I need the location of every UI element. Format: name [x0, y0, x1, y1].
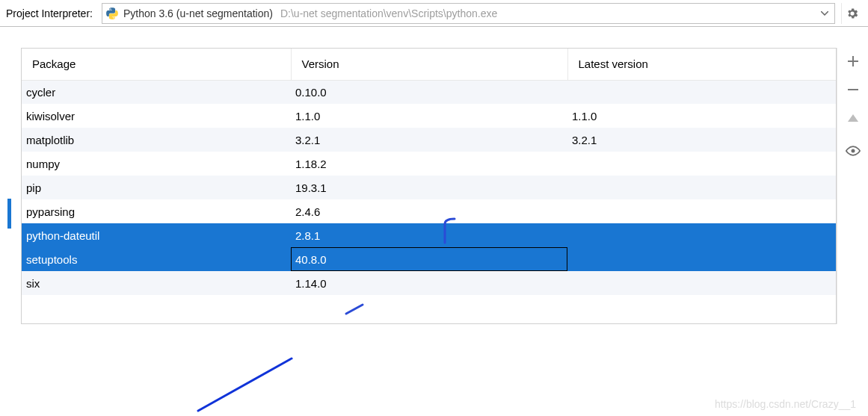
cell-version: 0.10.0 [291, 80, 567, 104]
gear-icon [846, 7, 859, 20]
table-row[interactable]: pip19.3.1 [22, 176, 836, 199]
cell-package: matplotlib [22, 128, 291, 152]
cell-version: 40.8.0 [291, 247, 567, 271]
packages-table: Package Version Latest version cycler0.1… [22, 49, 836, 295]
cell-package: pyparsing [22, 199, 291, 223]
add-package-button[interactable] [843, 51, 864, 72]
table-row[interactable]: cycler0.10.0 [22, 80, 836, 104]
cell-latest: 3.2.1 [567, 128, 836, 152]
interpreter-path: D:\u-net segmentation\venv\Scripts\pytho… [280, 7, 497, 19]
column-header-version[interactable]: Version [291, 49, 567, 80]
cell-version: 1.14.0 [291, 271, 567, 295]
cell-version: 2.4.6 [291, 199, 567, 223]
cell-version: 1.1.0 [291, 104, 567, 128]
cell-package: setuptools [22, 247, 291, 271]
cell-package: pip [22, 176, 291, 199]
remove-package-button[interactable] [843, 79, 864, 100]
table-row[interactable]: numpy1.18.2 [22, 152, 836, 176]
interpreter-name: Python 3.6 (u-net segmentation) [123, 7, 273, 19]
cell-latest [567, 152, 836, 176]
svg-point-0 [851, 149, 855, 153]
cell-latest [567, 80, 836, 104]
upgrade-package-button[interactable] [843, 108, 864, 128]
cell-latest [567, 271, 836, 295]
cell-version: 2.8.1 [291, 223, 567, 247]
package-sidebar [837, 48, 868, 324]
interpreter-header: Project Interpreter: Python 3.6 (u-net s… [0, 0, 868, 27]
cell-latest [567, 176, 836, 199]
cell-package: cycler [22, 80, 291, 104]
table-row[interactable]: setuptools40.8.0 [22, 247, 836, 271]
interpreter-label: Project Interpreter: [6, 7, 96, 19]
cell-package: six [22, 271, 291, 295]
table-row[interactable]: six1.14.0 [22, 271, 836, 295]
python-icon [105, 7, 119, 20]
minus-icon [847, 84, 859, 96]
cell-latest [567, 247, 836, 271]
chevron-down-icon [821, 11, 831, 16]
plus-icon [847, 55, 859, 67]
packages-table-wrap: Package Version Latest version cycler0.1… [21, 48, 837, 324]
table-row[interactable]: pyparsing2.4.6 [22, 199, 836, 223]
column-header-package[interactable]: Package [22, 49, 291, 80]
column-header-latest[interactable]: Latest version [567, 49, 836, 80]
settings-button[interactable] [841, 3, 862, 24]
cell-latest [567, 199, 836, 223]
cell-package: python-dateutil [22, 223, 291, 247]
table-header-row: Package Version Latest version [22, 49, 836, 80]
show-early-releases-button[interactable] [843, 140, 864, 161]
cell-version: 3.2.1 [291, 128, 567, 152]
eye-icon [846, 146, 861, 156]
cell-package: kiwisolver [22, 104, 291, 128]
table-row[interactable]: matplotlib3.2.13.2.1 [22, 128, 836, 152]
triangle-up-icon [848, 114, 858, 122]
cell-latest [567, 223, 836, 247]
cell-latest: 1.1.0 [567, 104, 836, 128]
cell-package: numpy [22, 152, 291, 176]
selection-indicator [7, 199, 11, 229]
cell-version: 1.18.2 [291, 152, 567, 176]
interpreter-dropdown[interactable]: Python 3.6 (u-net segmentation) D:\u-net… [102, 3, 835, 24]
table-row[interactable]: python-dateutil2.8.1 [22, 223, 836, 247]
watermark-text: https://blog.csdn.net/Crazy__1 [715, 398, 856, 410]
cell-version: 19.3.1 [291, 176, 567, 199]
table-row[interactable]: kiwisolver1.1.01.1.0 [22, 104, 836, 128]
